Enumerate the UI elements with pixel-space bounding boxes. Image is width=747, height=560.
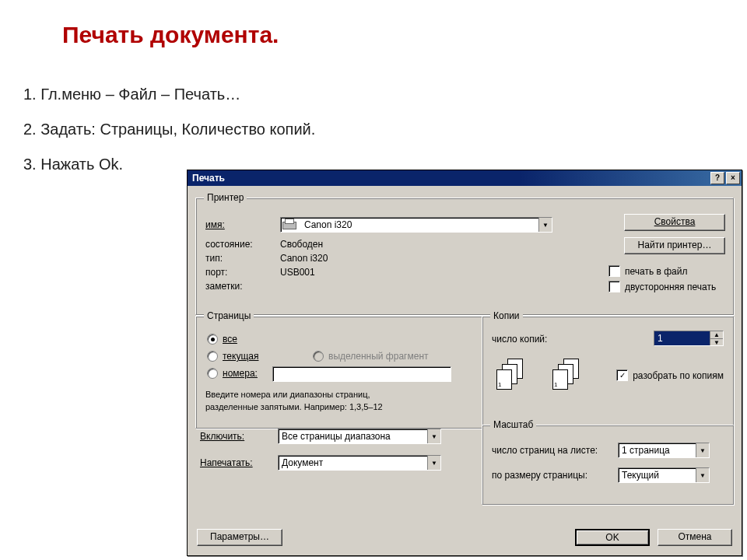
radio-current-label: текущая [223, 351, 258, 362]
radio-all-label: все [223, 334, 237, 345]
pages-group: Страницы все текущая выделенный фрагмент… [195, 310, 483, 429]
titlebar[interactable]: Печать ? × [188, 170, 742, 186]
duplex-label: двусторонняя печать [625, 282, 716, 292]
printer-legend: Принтер [204, 192, 247, 203]
status-value: Свободен [280, 239, 323, 250]
chevron-down-icon[interactable]: ▼ [696, 468, 709, 482]
find-printer-button[interactable]: Найти принтер… [624, 237, 725, 254]
chevron-down-icon[interactable]: ▼ [427, 429, 440, 443]
fit-label: по размеру страницы: [492, 470, 587, 481]
checkbox-icon [608, 265, 620, 277]
radio-selection: выделенный фрагмент [313, 351, 429, 362]
options-button[interactable]: Параметры… [197, 529, 282, 546]
scale-group: Масштаб число страниц на листе: 1 страни… [482, 419, 734, 505]
slide-title: Печать документа. [62, 22, 279, 48]
printer-name-value: Canon i320 [301, 219, 538, 230]
chevron-down-icon[interactable]: ▼ [538, 218, 552, 232]
checkbox-icon [608, 281, 620, 292]
properties-button[interactable]: Свойства [624, 214, 725, 231]
radio-numbers[interactable]: номера: [207, 368, 258, 379]
dialog-title: Печать [192, 173, 225, 184]
radio-current[interactable]: текущая [207, 351, 258, 362]
copies-count-label: число копий: [492, 334, 547, 345]
printer-name-label: имя: [205, 219, 225, 230]
print-dialog: Печать ? × Принтер имя: Canon i320 ▼ сос… [187, 170, 742, 556]
print-to-file-checkbox[interactable]: печать в файл [608, 265, 725, 277]
chevron-down-icon[interactable]: ▼ [427, 456, 440, 470]
copies-value: 1 [654, 331, 710, 345]
include-combo[interactable]: Все страницы диапазона ▼ [278, 429, 441, 444]
collate-checkbox[interactable]: ✓ разобрать по копиям [616, 369, 724, 381]
chevron-down-icon[interactable]: ▼ [696, 443, 709, 457]
type-label: тип: [205, 253, 280, 264]
close-button[interactable]: × [726, 172, 740, 184]
print-what-label: Напечатать: [200, 457, 253, 468]
radio-all[interactable]: все [207, 334, 237, 345]
duplex-checkbox[interactable]: двусторонняя печать [608, 281, 725, 292]
status-label: состояние: [205, 239, 280, 250]
printer-icon [281, 219, 296, 231]
pages-hint-2: разделенные запятыми. Например: 1,3,5–12 [205, 402, 383, 411]
page-numbers-input[interactable] [272, 366, 451, 382]
print-what-combo[interactable]: Документ ▼ [278, 455, 441, 471]
collate-icon: 3 2 1 [496, 359, 531, 393]
copies-legend: Копии [490, 310, 523, 321]
type-value: Canon i320 [280, 253, 328, 264]
copies-spinner[interactable]: 1 ▲▼ [654, 331, 724, 346]
pages-hint-1: Введите номера или диапазоны страниц, [205, 390, 370, 399]
pages-per-sheet-combo[interactable]: 1 страница ▼ [618, 443, 710, 458]
include-label: Включить: [200, 431, 244, 442]
spinner-arrows[interactable]: ▲▼ [710, 331, 723, 345]
scale-legend: Масштаб [490, 419, 536, 430]
notes-label: заметки: [205, 281, 280, 292]
radio-numbers-label: номера: [223, 368, 258, 379]
port-label: порт: [205, 267, 280, 278]
cancel-button[interactable]: Отмена [658, 529, 732, 546]
print-to-file-label: печать в файл [625, 266, 687, 277]
collate-icon: 3 2 1 [552, 359, 587, 393]
pages-per-sheet-label: число страниц на листе: [492, 445, 598, 456]
ok-button[interactable]: OK [575, 529, 650, 546]
printer-name-combo[interactable]: Canon i320 ▼ [280, 217, 552, 233]
radio-selection-label: выделенный фрагмент [328, 351, 429, 362]
collate-label: разобрать по копиям [633, 370, 724, 381]
pages-legend: Страницы [204, 310, 254, 321]
step-1: 1. Гл.меню – Файл – Печать… [23, 86, 315, 103]
port-value: USB001 [280, 267, 315, 278]
copies-group: Копии число копий: 1 ▲▼ 3 2 1 3 2 1 ✓ [482, 310, 734, 429]
help-button[interactable]: ? [710, 172, 724, 184]
fit-combo[interactable]: Текущий ▼ [618, 467, 710, 483]
step-2: 2. Задать: Страницы, Количество копий. [23, 121, 315, 138]
printer-group: Принтер имя: Canon i320 ▼ состояние:Своб… [195, 192, 734, 315]
checkbox-icon: ✓ [616, 369, 628, 381]
